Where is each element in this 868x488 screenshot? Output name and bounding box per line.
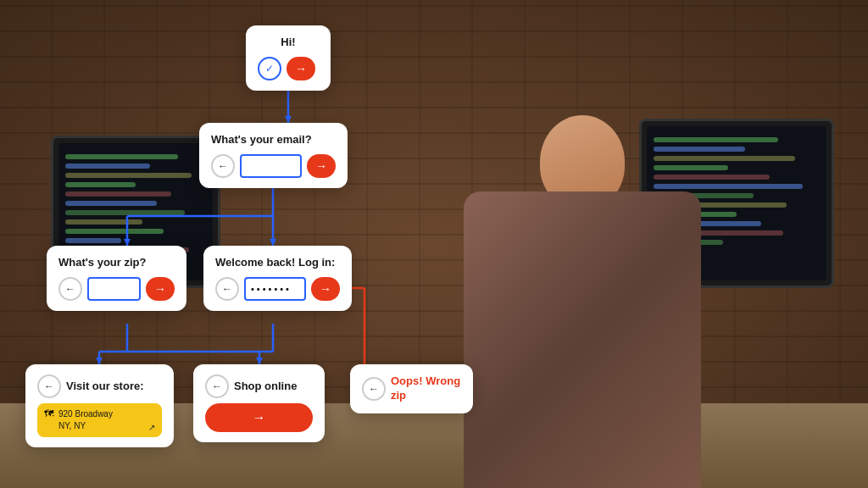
card-wrong: ← Oops! Wrong zip (350, 364, 473, 413)
card-hi-title: Hi! (258, 36, 319, 50)
card-shop-title: Shop online (234, 380, 297, 394)
card-zip-actions: ← → (58, 277, 175, 301)
zip-input[interactable] (87, 277, 141, 301)
card-visit-header: ← Visit our store: (37, 374, 162, 398)
card-zip-title: What's your zip? (58, 256, 175, 270)
map-icon: 🗺 (44, 408, 53, 419)
shop-back-button[interactable]: ← (205, 374, 229, 398)
welcome-back-button[interactable]: ← (215, 277, 239, 301)
card-wrong-header: ← Oops! Wrong zip (362, 374, 461, 403)
email-input[interactable] (240, 154, 302, 178)
card-email-actions: ← → (211, 154, 336, 178)
person-figure (370, 81, 794, 488)
email-back-button[interactable]: ← (211, 154, 235, 178)
card-welcome-title: Welcome back! Log in: (215, 256, 340, 270)
welcome-next-button[interactable]: → (311, 277, 340, 301)
card-email: What's your email? ← → (199, 123, 348, 188)
external-link-icon[interactable]: ↗ (148, 423, 155, 432)
zip-back-button[interactable]: ← (58, 277, 82, 301)
card-hi: Hi! ✓ → (246, 25, 331, 91)
card-welcome: Welcome back! Log in: ← → (203, 246, 352, 311)
shop-next-button[interactable]: → (205, 403, 313, 432)
visit-back-button[interactable]: ← (37, 374, 61, 398)
password-input[interactable] (244, 277, 306, 301)
hi-next-button[interactable]: → (287, 57, 315, 80)
card-email-title: What's your email? (211, 133, 336, 147)
card-welcome-actions: ← → (215, 277, 340, 301)
email-next-button[interactable]: → (307, 154, 336, 178)
card-shop-header: ← Shop online (205, 374, 313, 398)
store-address-text: 920 Broadway NY, NY (58, 408, 143, 432)
zip-next-button[interactable]: → (146, 277, 175, 301)
card-wrong-title: Oops! Wrong zip (391, 374, 461, 403)
card-visit-title: Visit our store: (66, 380, 144, 394)
card-hi-actions: ✓ → (258, 57, 319, 80)
wrong-back-button[interactable]: ← (362, 377, 386, 401)
card-visit: ← Visit our store: 🗺 920 Broadway NY, NY… (25, 364, 174, 447)
person-body (464, 191, 701, 488)
store-address-box[interactable]: 🗺 920 Broadway NY, NY ↗ (37, 403, 162, 437)
card-zip: What's your zip? ← → (47, 246, 186, 311)
card-shop: ← Shop online → (193, 364, 325, 442)
check-icon[interactable]: ✓ (258, 57, 281, 80)
